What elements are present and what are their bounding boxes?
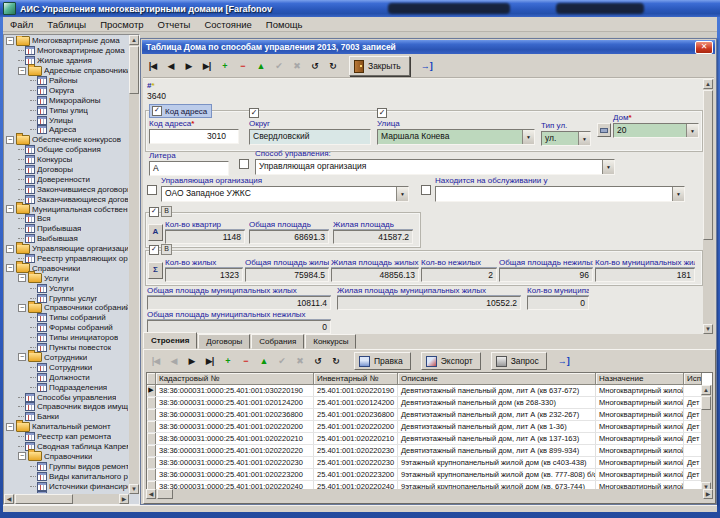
tree-item[interactable]: Заканчивающиеся договоры <box>5 194 128 204</box>
tree-item[interactable]: Районы <box>5 76 128 86</box>
table-row[interactable]: 38:36:000031:0000:25.401:001:02023680025… <box>147 409 712 421</box>
tree-item[interactable]: Виды капитального ремо <box>5 471 128 481</box>
column-header[interactable]: Описание <box>398 373 596 385</box>
chevron-down-icon[interactable]: ▼ <box>672 187 684 201</box>
tab-1[interactable]: Строения <box>143 332 197 349</box>
service-checkbox[interactable] <box>421 185 431 195</box>
tree-collapse-icon[interactable]: − <box>18 353 26 361</box>
tree-item[interactable]: Реестр управляющих орган <box>5 254 128 264</box>
code-input[interactable]: 3010 <box>149 129 239 144</box>
scroll-thumb[interactable] <box>703 90 713 240</box>
query-button[interactable]: Запрос <box>491 352 547 370</box>
municipal-field[interactable]: 10552.2 <box>337 296 521 310</box>
column-header[interactable]: Кадастровый № <box>156 373 314 385</box>
tree-item[interactable]: Реестр кап ремонта <box>5 432 128 442</box>
table-row[interactable]: 38:36:000031:0000:25.401:001:02012420025… <box>147 397 712 409</box>
tree-item[interactable]: Типы улиц <box>5 105 128 115</box>
method-dropdown[interactable]: Управляющая организация ▼ <box>255 159 615 175</box>
grid-options-button[interactable]: →] <box>555 353 573 369</box>
scroll-thumb[interactable] <box>701 396 711 410</box>
first-record-button[interactable]: |◀ <box>144 58 161 75</box>
tree-collapse-icon[interactable]: − <box>6 205 14 213</box>
tree-item[interactable]: Округа <box>5 85 128 95</box>
scroll-down-icon[interactable]: ▼ <box>703 324 713 334</box>
refresh-button[interactable]: ↺ <box>309 353 326 370</box>
calc-apartments-button[interactable]: А <box>148 224 163 241</box>
menu-item[interactable]: Отчеты <box>151 18 198 31</box>
scroll-down-icon[interactable]: ▼ <box>129 484 139 494</box>
tree-item[interactable]: Сотрудники <box>5 362 128 372</box>
scroll-up-icon[interactable]: ▲ <box>703 79 713 89</box>
premises-field[interactable]: 75984.5 <box>245 268 329 282</box>
tree-vertical-scrollbar[interactable]: ▲ ▼ <box>129 35 139 494</box>
tree-item[interactable]: Справочник видов имуществ <box>5 402 128 412</box>
menu-item[interactable]: Просмотр <box>93 18 150 31</box>
tree-item[interactable]: −Справочники собраний <box>5 303 128 313</box>
apartments-field[interactable]: 41587.2 <box>333 230 413 244</box>
tree-item[interactable]: Группы услуг <box>5 293 128 303</box>
table-row[interactable]: 38:36:000031:0000:25.401:001:02022023025… <box>147 457 712 469</box>
form-vertical-scrollbar[interactable]: ▲ ▼ <box>703 79 714 334</box>
tree-item[interactable]: −Справочники <box>5 263 128 273</box>
close-form-button[interactable]: Закрыть <box>349 56 410 76</box>
tree-item[interactable]: Услуги <box>5 283 128 293</box>
prior-record-button[interactable]: ◀ <box>162 58 179 75</box>
tree-collapse-icon[interactable]: − <box>18 304 26 312</box>
edit-button[interactable]: Правка <box>354 352 411 370</box>
requery-button[interactable]: ↻ <box>324 58 341 75</box>
menu-item[interactable]: Состояние <box>197 18 258 31</box>
premises-group-toggle[interactable]: В <box>149 244 172 255</box>
tree-item[interactable]: Вся <box>5 214 128 224</box>
tree-collapse-icon[interactable]: − <box>18 452 26 460</box>
last-record-button[interactable]: ▶| <box>198 58 215 75</box>
tree-item[interactable]: −Услуги <box>5 273 128 283</box>
scroll-right-icon[interactable]: ▶ <box>119 494 129 504</box>
tree-item[interactable]: −Обеспечение конкурсов <box>5 135 128 145</box>
chevron-down-icon[interactable]: ▼ <box>602 160 614 174</box>
address-code-toggle[interactable]: Код адреса <box>149 104 212 118</box>
insert-record-button[interactable]: + <box>216 58 233 75</box>
tree-item[interactable]: Формы собраний <box>5 323 128 333</box>
okrug-field[interactable]: Свердловский <box>249 129 371 145</box>
premises-field[interactable]: 48856.13 <box>331 268 419 282</box>
method-checkbox[interactable] <box>239 159 249 169</box>
table-horizontal-scrollbar[interactable]: ◀ ▶ <box>146 489 713 500</box>
delete-record-button[interactable]: − <box>237 353 254 370</box>
tree-item[interactable]: Жилые здания <box>5 56 128 66</box>
edit-record-button[interactable]: ▲ <box>252 58 269 75</box>
tree-item[interactable]: Пункты повесток <box>5 343 128 353</box>
tree-item[interactable]: Микрорайоны <box>5 95 128 105</box>
tree-horizontal-scrollbar[interactable]: ◀ ▶ <box>4 494 129 504</box>
tree-item[interactable]: Группы видов ремонта <box>5 461 128 471</box>
tree-collapse-icon[interactable]: − <box>6 37 14 45</box>
table-row[interactable]: ▶38:36:000031:0000:25.401:001:0302201902… <box>147 385 712 397</box>
premises-field[interactable]: 181 <box>595 268 695 282</box>
tree-item[interactable]: Типы инициаторов <box>5 333 128 343</box>
org-dropdown[interactable]: ОАО Западное УЖКС ▼ <box>161 186 409 202</box>
refresh-button[interactable]: ↺ <box>306 58 323 75</box>
tree-collapse-icon[interactable]: − <box>6 136 14 144</box>
scroll-up-icon[interactable]: ▲ <box>701 385 711 395</box>
requery-button[interactable]: ↻ <box>327 353 344 370</box>
tree-item[interactable]: −Многоквартирные дома <box>5 36 128 46</box>
house-dropdown[interactable]: 20 ▼ <box>613 123 699 138</box>
tree-collapse-icon[interactable]: − <box>6 423 14 431</box>
tree-item[interactable]: Общие собрания <box>5 145 128 155</box>
apartments-field[interactable]: 68691.3 <box>249 230 329 244</box>
scroll-left-icon[interactable]: ◀ <box>4 494 14 504</box>
municipal-field[interactable]: 10811.4 <box>147 296 331 310</box>
scroll-left-icon[interactable]: ◀ <box>146 489 156 499</box>
street-checkbox[interactable] <box>377 108 387 118</box>
street-dropdown[interactable]: Маршала Конева ▼ <box>377 129 535 145</box>
tree-item[interactable]: −Муниципальная собственность <box>5 204 128 214</box>
tree-item[interactable]: −Управляющие организации <box>5 244 128 254</box>
table-row[interactable]: 38:36:000031:0000:25.401:001:02022320025… <box>147 469 712 481</box>
street-type-dropdown[interactable]: ул. ▼ <box>541 131 591 146</box>
tree-item[interactable]: Сводная таблица Капремонт <box>5 442 128 452</box>
export-button[interactable]: Экспорт <box>421 352 481 370</box>
close-icon[interactable]: ✕ <box>695 41 713 54</box>
tab-3[interactable]: Собрания <box>251 334 304 349</box>
tree-collapse-icon[interactable]: − <box>6 264 14 272</box>
table-vertical-scrollbar[interactable]: ▲ ▼ <box>701 385 712 492</box>
last-record-button[interactable]: ▶| <box>201 353 218 370</box>
